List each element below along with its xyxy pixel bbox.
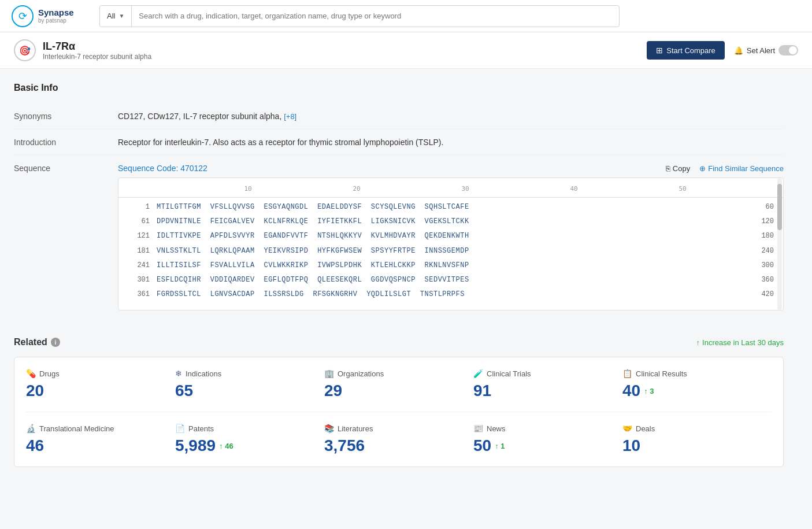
- related-item-label-text: Indications: [186, 369, 221, 378]
- bell-icon: 🔔: [734, 46, 743, 55]
- seq-row-chars: ILLTISILSF FSVALLVILA CVLWKKRIKP IVWPSLP…: [157, 260, 745, 271]
- sequence-code-link[interactable]: Sequence Code: 470122: [118, 164, 207, 173]
- increase-arrow-icon: ↑: [696, 338, 700, 347]
- search-bar: All ▼: [99, 5, 620, 27]
- sequence-row-item: 361 FGRDSSLTCL LGNVSACDAP ILSSRSLDG RFSG…: [118, 287, 783, 302]
- related-count-value: 40: [622, 382, 640, 400]
- related-item-label-text: Translational Medicine: [39, 424, 114, 433]
- sequence-row-item: 241 ILLTISILSF FSVALLVILA CVLWKKRIKP IVW…: [118, 258, 783, 273]
- related-count-value: 20: [26, 382, 44, 400]
- related-item-icon: 🤝: [622, 424, 632, 433]
- sequence-content: Sequence Code: 470122 ⎘ Copy ⊕ Find Simi…: [118, 164, 784, 310]
- seq-row-end: 60: [745, 202, 774, 213]
- seq-row-start: 61: [128, 216, 157, 227]
- start-compare-button[interactable]: ⊞ Start Compare: [647, 41, 725, 60]
- related-count-value: 65: [175, 382, 193, 400]
- related-item-label-text: Deals: [636, 424, 655, 433]
- synonyms-label: Synonyms: [14, 112, 118, 121]
- target-name: IL-7Rα: [43, 40, 151, 53]
- related-item-label-text: Drugs: [39, 369, 60, 378]
- search-input[interactable]: [132, 12, 619, 20]
- sequence-rows: 1 MTILGTTFGM VFSLLQVVSG ESGYAQNGDL EDAEL…: [118, 200, 783, 302]
- related-count-value: 10: [622, 436, 640, 455]
- related-item-count: 10: [622, 436, 772, 455]
- ruler-30: 30: [411, 185, 520, 193]
- related-item[interactable]: ❄ Indications 65: [175, 369, 324, 400]
- target-icon: 🎯: [14, 39, 36, 61]
- increase-badge: ↑ 3: [644, 387, 654, 395]
- related-item[interactable]: 🏢 Organizations 29: [324, 369, 473, 400]
- seq-row-end: 360: [745, 275, 774, 286]
- ruler-40: 40: [520, 185, 628, 193]
- compare-button-label: Start Compare: [666, 46, 715, 55]
- seq-row-start: 241: [128, 260, 157, 271]
- seq-row-chars: VNLSSTKLTL LQRKLQPAAM YEIKVRSIPD HYFKGFW…: [157, 246, 745, 257]
- seq-row-end: 300: [745, 260, 774, 271]
- related-item-count: 20: [26, 382, 175, 400]
- synonyms-more-link[interactable]: [+8]: [284, 112, 296, 121]
- sequence-box: 10 20 30 40 50 1 MTILGTTFGM VFSLLQVVSG E…: [118, 177, 784, 310]
- alert-toggle[interactable]: [778, 45, 798, 56]
- related-grid-row2: 🔬 Translational Medicine 46 📄 Patents 5,…: [26, 412, 772, 455]
- related-item-count: 5,989 ↑ 46: [175, 436, 324, 455]
- sequence-scrollbar[interactable]: [777, 178, 782, 310]
- related-item-label-text: Organizations: [338, 369, 384, 378]
- sequence-row: Sequence Sequence Code: 470122 ⎘ Copy ⊕ …: [14, 156, 784, 319]
- seq-row-chars: DPDVNITNLE FEICGALVEV KCLNFRKLQE IYFIETK…: [157, 216, 745, 227]
- set-alert-button[interactable]: 🔔 Set Alert: [734, 45, 798, 56]
- related-info-icon[interactable]: i: [51, 338, 60, 347]
- target-subtitle: Interleukin-7 receptor subunit alpha: [43, 53, 151, 61]
- compare-icon: ⊞: [656, 46, 663, 55]
- related-item[interactable]: 🔬 Translational Medicine 46: [26, 424, 175, 455]
- sequence-scrollbar-thumb: [777, 184, 782, 230]
- chevron-down-icon: ▼: [118, 13, 124, 19]
- related-item[interactable]: 📰 News 50 ↑ 1: [473, 424, 622, 455]
- seq-row-chars: IDLTTIVKPE APFDLSVVYR EGANDFVVTF NTSHLQK…: [157, 231, 745, 242]
- related-item-icon: 🧪: [473, 369, 483, 378]
- related-item-icon: 📚: [324, 424, 334, 433]
- find-icon: ⊕: [699, 164, 706, 173]
- ruler-20: 20: [302, 185, 411, 193]
- related-item-icon: 📋: [622, 369, 632, 378]
- related-item-icon: 🔬: [26, 424, 36, 433]
- search-filter-dropdown[interactable]: All ▼: [100, 6, 132, 27]
- synonyms-value: CD127, CDw127, IL-7 receptor subunit alp…: [118, 112, 784, 121]
- introduction-label: Introduction: [14, 138, 118, 147]
- related-item-icon: 📰: [473, 424, 483, 433]
- ruler-50: 50: [628, 185, 737, 193]
- related-item[interactable]: 🤝 Deals 10: [622, 424, 772, 455]
- related-item[interactable]: 📄 Patents 5,989 ↑ 46: [175, 424, 324, 455]
- related-item-icon: 🏢: [324, 369, 334, 378]
- seq-row-start: 181: [128, 246, 157, 257]
- basic-info-table: Synonyms CD127, CDw127, IL-7 receptor su…: [14, 103, 784, 319]
- related-item-icon: 💊: [26, 369, 36, 378]
- find-similar-sequence-button[interactable]: ⊕ Find Similar Sequence: [699, 164, 784, 173]
- related-item[interactable]: 💊 Drugs 20: [26, 369, 175, 400]
- related-count-value: 46: [26, 436, 44, 455]
- app-header: ⟳ Synapse by patsnap All ▼: [0, 0, 812, 32]
- search-filter-label: All: [107, 12, 115, 20]
- sequence-ruler: 10 20 30 40 50: [118, 185, 783, 198]
- related-item-count: 40 ↑ 3: [622, 382, 772, 400]
- related-item-label-text: Literatures: [338, 424, 373, 433]
- seq-row-start: 361: [128, 289, 157, 300]
- sequence-row-item: 61 DPDVNITNLE FEICGALVEV KCLNFRKLQE IYFI…: [118, 214, 783, 229]
- related-title-text: Related: [14, 337, 47, 347]
- related-item-count: 3,756: [324, 436, 473, 455]
- related-item-icon: ❄: [175, 369, 182, 378]
- related-grid-row1: 💊 Drugs 20 ❄ Indications 65 🏢 Organizati…: [26, 369, 772, 400]
- copy-label: Copy: [673, 164, 690, 173]
- synonyms-text: CD127, CDw127, IL-7 receptor subunit alp…: [118, 112, 281, 121]
- related-count-value: 3,756: [324, 436, 365, 455]
- seq-row-end: 120: [745, 216, 774, 227]
- related-item-count: 65: [175, 382, 324, 400]
- seq-row-chars: MTILGTTFGM VFSLLQVVSG ESGYAQNGDL EDAELDD…: [157, 202, 745, 213]
- copy-sequence-button[interactable]: ⎘ Copy: [666, 164, 690, 173]
- sequence-row-item: 121 IDLTTIVKPE APFDLSVVYR EGANDFVVTF NTS…: [118, 229, 783, 243]
- related-item[interactable]: 📚 Literatures 3,756: [324, 424, 473, 455]
- seq-row-chars: FGRDSSLTCL LGNVSACDAP ILSSRSLDG RFSGKNGR…: [157, 289, 745, 300]
- related-item[interactable]: 📋 Clinical Results 40 ↑ 3: [622, 369, 772, 400]
- related-item[interactable]: 🧪 Clinical Trials 91: [473, 369, 622, 400]
- related-item-label-text: Clinical Trials: [487, 369, 531, 378]
- logo-sub: by patsnap: [38, 17, 74, 24]
